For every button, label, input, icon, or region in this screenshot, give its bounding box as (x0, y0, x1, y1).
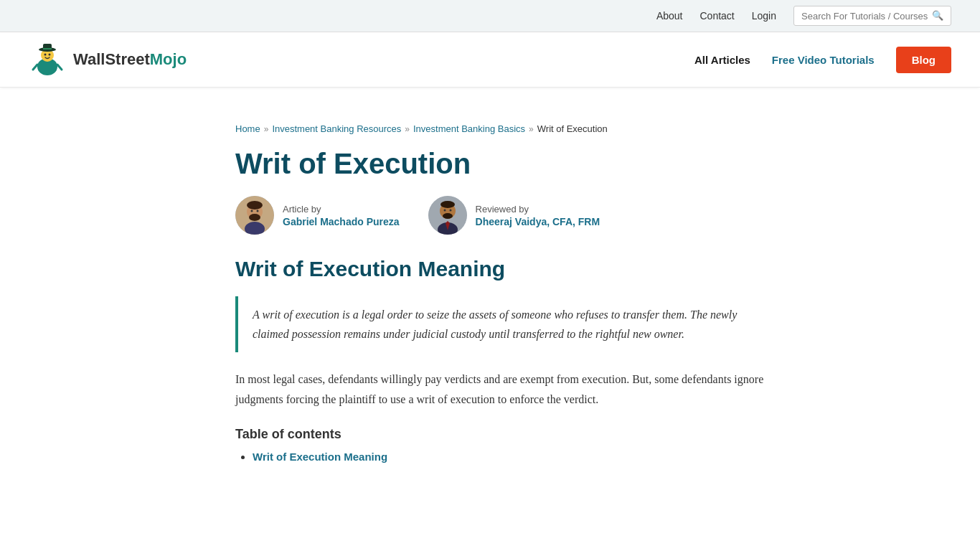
author2-label: Reviewed by (476, 204, 600, 215)
toc-list: Writ of Execution Meaning (235, 451, 773, 463)
svg-point-2 (44, 54, 47, 56)
svg-point-22 (443, 209, 446, 212)
author2-info: Reviewed by Dheeraj Vaidya, CFA, FRM (476, 204, 600, 227)
top-bar: About Contact Login 🔍 (0, 0, 980, 32)
svg-point-12 (247, 201, 263, 209)
author1-info: Article by Gabriel Machado Pureza (283, 204, 400, 227)
logo-text: WallStreetMojo (73, 50, 187, 69)
svg-point-21 (443, 213, 453, 219)
toc-item: Writ of Execution Meaning (253, 451, 773, 463)
author2-name[interactable]: Dheeraj Vaidya, CFA, FRM (476, 216, 600, 227)
definition-text: A writ of execution is a legal order to … (253, 305, 759, 344)
contact-link[interactable]: Contact (699, 10, 734, 22)
breadcrumb-home[interactable]: Home (235, 123, 260, 134)
breadcrumb-sep-2: » (405, 124, 410, 134)
toc-heading: Table of contents (235, 427, 773, 442)
svg-point-15 (257, 210, 259, 212)
breadcrumb-investment-banking-basics[interactable]: Investment Banking Basics (413, 123, 525, 134)
logo-icon (29, 41, 66, 78)
search-icon: 🔍 (932, 10, 943, 22)
content-area: Home » Investment Banking Resources » In… (178, 102, 802, 496)
svg-point-20 (440, 201, 455, 208)
toc-link-writ-execution-meaning[interactable]: Writ of Execution Meaning (253, 451, 387, 463)
author1-avatar (235, 196, 274, 235)
search-box[interactable]: 🔍 (793, 6, 951, 26)
author2-avatar (428, 196, 467, 235)
breadcrumb-sep-3: » (529, 124, 534, 134)
svg-line-7 (33, 65, 37, 70)
svg-rect-6 (43, 48, 52, 50)
author2-block: Reviewed by Dheeraj Vaidya, CFA, FRM (428, 196, 600, 235)
svg-line-8 (57, 65, 62, 70)
page-title: Writ of Execution (235, 147, 773, 180)
nav-blog-button[interactable]: Blog (896, 47, 951, 73)
toc-section: Table of contents Writ of Execution Mean… (235, 427, 773, 463)
body-text: In most legal cases, defendants willingl… (235, 369, 773, 410)
svg-point-3 (49, 54, 51, 56)
nav-free-tutorials[interactable]: Free Video Tutorials (772, 54, 875, 66)
nav-all-articles[interactable]: All Articles (694, 54, 750, 66)
breadcrumb: Home » Investment Banking Resources » In… (235, 123, 773, 134)
svg-point-14 (251, 210, 253, 212)
breadcrumb-sep-1: » (264, 124, 269, 134)
definition-block: A writ of execution is a legal order to … (235, 296, 773, 352)
login-link[interactable]: Login (752, 10, 776, 22)
svg-point-13 (249, 214, 260, 221)
section-heading: Writ of Execution Meaning (235, 256, 773, 282)
author1-label: Article by (283, 204, 400, 215)
main-nav: All Articles Free Video Tutorials Blog (694, 47, 951, 73)
search-input[interactable] (801, 11, 932, 22)
author1-name[interactable]: Gabriel Machado Pureza (283, 216, 400, 227)
svg-point-23 (449, 209, 451, 212)
logo-link[interactable]: WallStreetMojo (29, 41, 187, 78)
authors-row: Article by Gabriel Machado Pureza (235, 196, 773, 235)
about-link[interactable]: About (656, 10, 683, 22)
author2-avatar-svg (428, 196, 467, 235)
main-header: WallStreetMojo All Articles Free Video T… (0, 32, 980, 88)
author1-avatar-svg (235, 196, 274, 235)
breadcrumb-current: Writ of Execution (537, 123, 608, 134)
author1-block: Article by Gabriel Machado Pureza (235, 196, 400, 235)
breadcrumb-investment-banking-resources[interactable]: Investment Banking Resources (272, 123, 401, 134)
